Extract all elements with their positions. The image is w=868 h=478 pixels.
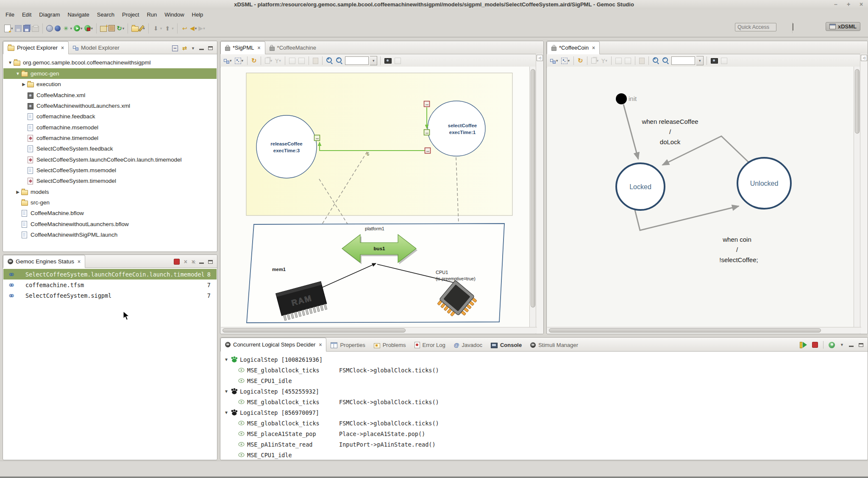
step-button[interactable]	[800, 342, 807, 348]
expand-icon[interactable]: ▼	[14, 71, 21, 76]
tab-gemoc-engines-status[interactable]: Gemoc Engines Status ×	[3, 255, 85, 268]
link-with-editor-button[interactable]: ⇄	[182, 45, 187, 51]
open-perspective-button[interactable]	[793, 24, 793, 30]
zoom-level-combo[interactable]	[345, 56, 369, 65]
tree-item-scs-timemodel[interactable]: SelectCoffeeSystem.timemodel	[3, 176, 217, 186]
actor-selectcoffee[interactable]	[428, 101, 485, 156]
minimize-view-button[interactable]	[849, 346, 854, 347]
tree-item-scs-feedback[interactable]: SelectCoffeeSystem.feedback	[3, 143, 217, 154]
tree-item-execution[interactable]: ▶execution	[3, 79, 217, 89]
show-element-button[interactable]	[624, 56, 632, 65]
minimize-view-button[interactable]	[199, 49, 204, 50]
tab-problems[interactable]: Problems	[370, 339, 410, 351]
paste-layout-button[interactable]	[638, 56, 645, 65]
java-app-button[interactable]	[54, 23, 61, 34]
window-minimize-button[interactable]: –	[832, 1, 839, 8]
menu-diagram[interactable]: Diagram	[35, 10, 64, 19]
layers-button[interactable]	[720, 56, 728, 65]
port-output-selectcoffee[interactable]	[425, 148, 431, 154]
zoom-in-button[interactable]	[652, 56, 660, 65]
zoom-in-button[interactable]	[326, 56, 334, 65]
layout-mode-button[interactable]: ▾	[223, 56, 233, 65]
menu-edit[interactable]: Edit	[18, 10, 35, 19]
tab-model-explorer[interactable]: Model Explorer	[69, 42, 124, 54]
stop-engine-button[interactable]	[174, 259, 180, 265]
forward-button[interactable]: ▶▾	[198, 23, 206, 34]
tab-coffeecoin[interactable]: *CoffeeCoin ×	[547, 41, 600, 54]
perspective-xdsml-button[interactable]: xDSML	[826, 22, 860, 31]
tree-item-project-root[interactable]: ▼org.gemoc.sample.bcool.coffeemachinewit…	[3, 57, 217, 68]
engine-row-sigpml[interactable]: ⚙⚙ SelectCoffeeSystem.sigpml 7	[3, 290, 217, 301]
quick-access-input[interactable]	[735, 23, 776, 31]
refresh-diagram-button[interactable]: ↻	[250, 56, 258, 65]
sigpml-canvas[interactable]: platform1 bus1 mem1 RAM	[221, 67, 531, 328]
init-transition[interactable]	[623, 104, 638, 159]
plugin-button[interactable]	[108, 23, 116, 34]
mse-row[interactable]: MSE_placeA1State_pop Place->placeA1State…	[220, 428, 868, 439]
tab-error-log[interactable]: Error Log	[410, 339, 450, 351]
menu-help[interactable]: Help	[188, 10, 207, 19]
export-image-button[interactable]	[384, 56, 392, 65]
hide-element-button[interactable]	[288, 56, 296, 65]
last-edit-location-button[interactable]: ↩	[180, 23, 189, 34]
menu-window[interactable]: Window	[161, 10, 188, 19]
maximize-view-button[interactable]	[208, 46, 213, 50]
mse-row[interactable]: MSE_pA1inState_read InputPort->pA1inStat…	[220, 439, 868, 450]
engine-row-tfsm[interactable]: ⚙⚙ coffemachine.tfsm 7	[3, 280, 217, 290]
mse-row[interactable]: MSE_CPU1_idle	[220, 375, 868, 386]
tree-item-gemoc-gen[interactable]: ▼gemoc-gen	[3, 68, 217, 79]
maximize-view-button[interactable]	[859, 343, 863, 347]
close-icon[interactable]: ×	[319, 342, 322, 348]
paste-layout-button[interactable]	[312, 56, 319, 65]
mse-row[interactable]: MSE_globalClock_ticks FSMClock->globalCl…	[220, 365, 868, 375]
new-wizard-button[interactable]	[99, 23, 108, 34]
tab-stimuli-manager[interactable]: Stimuli Manager	[526, 339, 582, 351]
tree-item-src-gen[interactable]: src-gen	[3, 197, 217, 208]
tab-properties[interactable]: Properties	[326, 339, 369, 351]
tree-item-scs-launch-timemodel[interactable]: SelectCoffeeSystem.launchCoffeeCoin.laun…	[3, 154, 217, 165]
menu-search[interactable]: Search	[93, 10, 118, 19]
print-button[interactable]	[31, 23, 40, 34]
collapse-all-button[interactable]	[172, 45, 178, 51]
zoom-level-combo[interactable]	[671, 56, 695, 65]
dispose-engine-button[interactable]: ×	[184, 258, 187, 265]
mse-row[interactable]: MSE_globalClock_ticks FSMClock->globalCl…	[220, 397, 868, 407]
tab-coffeemachine[interactable]: *CoffeeMachine	[265, 42, 320, 54]
export-image-button[interactable]	[710, 56, 719, 65]
tab-sigpml[interactable]: *SigPML ×	[220, 41, 265, 54]
open-resource-button[interactable]	[131, 23, 139, 34]
filters-button[interactable]: ▾	[234, 56, 245, 65]
profile-button[interactable]: ▾	[83, 23, 94, 34]
new-button[interactable]: ▾	[3, 23, 14, 34]
refresh-diagram-button[interactable]: ↻	[577, 56, 584, 65]
shield-dropdown[interactable]: ▼	[840, 343, 844, 347]
tree-item-coffeemachine-wol-xml[interactable]: CoffeeMachinewithoutLaunchers.xml	[3, 101, 217, 111]
window-close-button[interactable]: ×	[858, 1, 865, 8]
expand-icon[interactable]: ▼	[223, 389, 230, 394]
actor-releasecoffee[interactable]	[256, 115, 317, 178]
palette-expand-button[interactable]: ◁	[537, 55, 543, 61]
dispose-all-engines-button[interactable]: ×	[192, 258, 195, 265]
coffeecoin-canvas[interactable]: init Locked Unlocked when releaseCoffee …	[547, 67, 855, 328]
next-annotation-button[interactable]: ⬇▾	[151, 23, 163, 34]
tab-project-explorer[interactable]: Project Explorer ×	[3, 41, 69, 54]
sigpml-vertical-scrollbar[interactable]	[529, 67, 536, 328]
tree-item-models[interactable]: ▶models	[3, 187, 217, 197]
view-menu-button[interactable]: ▼	[191, 46, 195, 50]
tree-item-timemodel[interactable]: coffemachine.timemodel	[3, 133, 217, 143]
save-button[interactable]	[14, 23, 22, 34]
expand-icon[interactable]: ▶	[20, 82, 27, 87]
copy-appearance-button[interactable]: ▾	[590, 56, 600, 65]
distribute-button[interactable]: ⅄▾	[601, 56, 608, 65]
tab-javadoc[interactable]: @Javadoc	[450, 339, 487, 351]
zoom-combo-arrow[interactable]: ▾	[696, 56, 704, 65]
maximize-view-button[interactable]	[208, 260, 213, 264]
close-icon[interactable]: ×	[61, 45, 64, 51]
expand-icon[interactable]: ▼	[7, 60, 14, 65]
distribute-button[interactable]: ⅄▾	[274, 56, 281, 65]
save-all-button[interactable]	[22, 23, 31, 34]
back-button[interactable]: ◀▾	[189, 23, 198, 34]
expand-icon[interactable]: ▼	[223, 357, 230, 362]
hide-element-button[interactable]	[615, 56, 623, 65]
port-input-selectcoffee[interactable]	[424, 130, 430, 135]
